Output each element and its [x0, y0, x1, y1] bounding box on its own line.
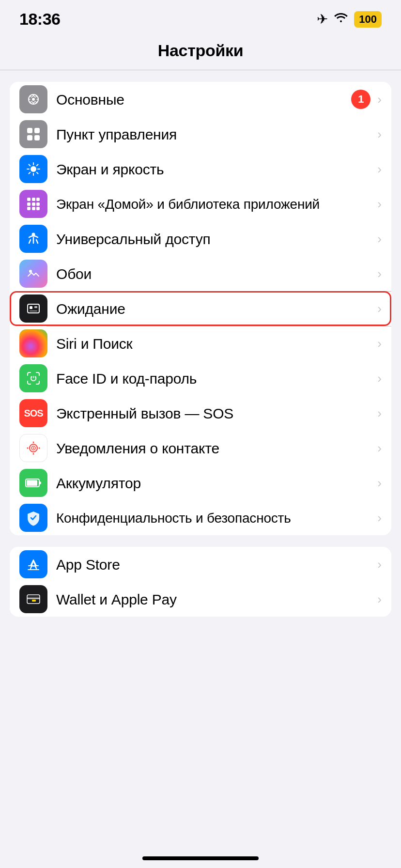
svg-rect-18 [28, 304, 39, 313]
general-right: 1 › [351, 90, 382, 109]
settings-item-wallpaper[interactable]: Обои › [10, 256, 391, 291]
privacy-label: Конфиденциальность и безопасность [56, 510, 372, 527]
svg-rect-3 [34, 128, 40, 133]
home-indicator [142, 856, 259, 860]
privacy-chevron: › [377, 511, 382, 526]
general-icon [19, 85, 47, 113]
svg-point-28 [39, 448, 40, 449]
svg-point-29 [33, 442, 34, 443]
accessibility-label: Универсальный доступ [56, 230, 372, 248]
settings-item-homescreen[interactable]: Экран «Домой» и библиотека приложений › [10, 186, 391, 221]
standby-icon [19, 294, 47, 323]
display-text: Экран и яркость [56, 160, 372, 179]
settings-item-general[interactable]: Основные 1 › [10, 82, 391, 117]
first-settings-group: Основные 1 › Пункт управления › [10, 82, 391, 535]
svg-rect-32 [27, 480, 37, 486]
page-title-container: Настройки [0, 33, 401, 70]
wifi-icon [334, 12, 348, 27]
svg-rect-8 [32, 198, 35, 201]
wallet-text: Wallet и Apple Pay [56, 590, 372, 609]
settings-item-accessibility[interactable]: Универсальный доступ › [10, 221, 391, 256]
svg-rect-21 [30, 310, 37, 311]
standby-label: Ожидание [56, 299, 372, 318]
svg-point-26 [33, 448, 34, 449]
standby-text: Ожидание [56, 299, 372, 318]
appstore-text: App Store [56, 555, 372, 574]
svg-point-23 [35, 376, 36, 378]
appstore-label: App Store [56, 555, 372, 574]
contact-notif-text: Уведомления о контакте [56, 439, 372, 458]
wallet-icon [19, 585, 47, 613]
privacy-right: › [377, 511, 382, 526]
faceid-chevron: › [377, 371, 382, 386]
standby-right: › [377, 301, 382, 316]
settings-item-battery[interactable]: Аккумулятор › [10, 465, 391, 500]
svg-rect-34 [27, 595, 40, 604]
control-center-label: Пункт управления [56, 125, 372, 144]
settings-item-faceid[interactable]: Face ID и код-пароль › [10, 361, 391, 396]
status-bar: 18:36 ✈ 100 [0, 0, 401, 33]
control-center-text: Пункт управления [56, 125, 372, 144]
homescreen-icon [19, 190, 47, 218]
svg-point-22 [31, 376, 32, 378]
sos-right: › [377, 406, 382, 421]
battery-right: › [377, 476, 382, 491]
sos-chevron: › [377, 406, 382, 421]
sos-label: Экстренный вызов — SOS [56, 404, 372, 423]
svg-rect-13 [27, 207, 31, 210]
homescreen-chevron: › [377, 197, 382, 212]
control-center-chevron: › [377, 127, 382, 142]
wallet-label: Wallet и Apple Pay [56, 590, 372, 609]
settings-item-siri[interactable]: Siri и Поиск › [10, 326, 391, 361]
faceid-text: Face ID и код-пароль [56, 369, 372, 388]
svg-rect-20 [34, 306, 37, 308]
settings-item-wallet[interactable]: Wallet и Apple Pay › [10, 582, 391, 617]
privacy-icon [19, 504, 47, 532]
svg-rect-5 [34, 135, 40, 140]
wallpaper-label: Обои [56, 264, 372, 283]
privacy-text: Конфиденциальность и безопасность [56, 510, 372, 527]
appstore-chevron: › [377, 557, 382, 572]
svg-rect-11 [32, 202, 35, 206]
svg-rect-2 [27, 128, 32, 133]
svg-point-27 [27, 448, 29, 449]
wallpaper-chevron: › [377, 266, 382, 281]
svg-point-6 [31, 166, 36, 172]
accessibility-chevron: › [377, 232, 382, 247]
settings-item-sos[interactable]: SOS Экстренный вызов — SOS › [10, 396, 391, 431]
settings-item-contact-notif[interactable]: Уведомления о контакте › [10, 431, 391, 465]
general-badge: 1 [351, 90, 370, 109]
homescreen-label: Экран «Домой» и библиотека приложений [56, 196, 372, 213]
general-text: Основные [56, 90, 346, 109]
settings-item-control-center[interactable]: Пункт управления › [10, 117, 391, 152]
battery-indicator: 100 [354, 11, 382, 28]
svg-point-17 [29, 270, 32, 273]
svg-rect-10 [27, 202, 31, 206]
control-center-right: › [377, 127, 382, 142]
svg-rect-14 [32, 207, 35, 210]
battery-icon [19, 469, 47, 497]
settings-item-display[interactable]: Экран и яркость › [10, 152, 391, 186]
siri-label: Siri и Поиск [56, 334, 372, 353]
general-chevron: › [377, 92, 382, 107]
wallpaper-right: › [377, 266, 382, 281]
svg-rect-12 [36, 202, 40, 206]
display-label: Экран и яркость [56, 160, 372, 179]
battery-level: 100 [359, 13, 377, 26]
settings-item-appstore[interactable]: A App Store › [10, 547, 391, 582]
status-icons: ✈ 100 [317, 11, 382, 28]
accessibility-text: Универсальный доступ [56, 230, 372, 248]
wallpaper-text: Обои [56, 264, 372, 283]
siri-text: Siri и Поиск [56, 334, 372, 353]
display-chevron: › [377, 162, 382, 177]
siri-icon [19, 329, 47, 357]
accessibility-icon [19, 225, 47, 253]
siri-right: › [377, 336, 382, 351]
contact-notif-icon [19, 434, 47, 462]
battery-text-container: Аккумулятор [56, 474, 372, 493]
settings-item-standby[interactable]: Ожидание › [10, 291, 391, 326]
svg-point-1 [32, 98, 35, 101]
settings-item-privacy[interactable]: Конфиденциальность и безопасность › [10, 500, 391, 535]
contact-notif-chevron: › [377, 441, 382, 456]
display-right: › [377, 162, 382, 177]
